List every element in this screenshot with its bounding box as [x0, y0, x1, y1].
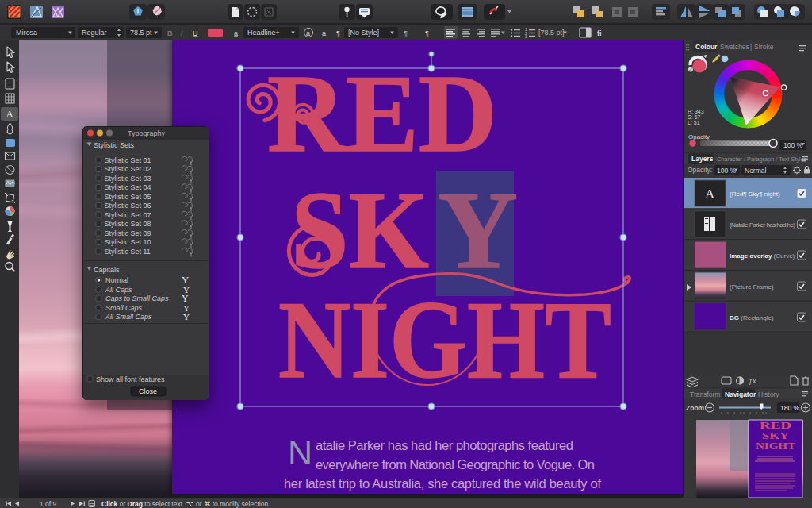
- svg-text:Stylistic Set 07: Stylistic Set 07: [105, 211, 151, 219]
- svg-text:Stylistic Set 10: Stylistic Set 10: [105, 238, 151, 246]
- svg-text:Stroke: Stroke: [754, 43, 774, 51]
- svg-text:I: I: [181, 29, 183, 37]
- svg-text:¶: ¶: [336, 29, 340, 37]
- svg-text:Stylistic Set 01: Stylistic Set 01: [105, 156, 151, 164]
- svg-text:Typography: Typography: [128, 129, 166, 137]
- svg-text:Transform: Transform: [690, 391, 720, 398]
- svg-text:All Caps: All Caps: [105, 286, 132, 294]
- svg-text:Stylistic Sets: Stylistic Sets: [94, 141, 135, 149]
- svg-text:SK: SK: [291, 168, 429, 291]
- svg-text:Small Caps: Small Caps: [105, 304, 143, 312]
- svg-text:Zoom:: Zoom:: [686, 404, 707, 412]
- svg-text:Image overlay (Curve): Image overlay (Curve): [730, 252, 795, 260]
- svg-text:Headline+: Headline+: [247, 29, 280, 37]
- svg-text:(Red¶ Sky¶ night): (Red¶ Sky¶ night): [730, 190, 780, 198]
- svg-text:Stylistic Set 03: Stylistic Set 03: [105, 175, 151, 183]
- svg-text:Close: Close: [139, 387, 157, 395]
- svg-text:78.5 pt: 78.5 pt: [130, 29, 152, 37]
- svg-text:Show all font features: Show all font features: [96, 375, 165, 383]
- svg-text:a: a: [306, 29, 310, 37]
- svg-text:RED: RED: [267, 52, 497, 175]
- svg-text:a: a: [322, 29, 326, 37]
- svg-text:Stylistic Set 09: Stylistic Set 09: [105, 229, 151, 237]
- svg-text:her latest trip to Australia,: her latest trip to Australia, she captur…: [284, 476, 601, 491]
- svg-text:Stylistic Set 04: Stylistic Set 04: [105, 183, 151, 191]
- svg-text:(Natalie Parker has had he): (Natalie Parker has had he): [730, 221, 795, 229]
- svg-text:Normal: Normal: [105, 276, 128, 284]
- svg-text:Swatches: Swatches: [720, 43, 749, 51]
- svg-text:N: N: [288, 433, 312, 471]
- svg-text:Caps to Small Caps: Caps to Small Caps: [105, 294, 169, 302]
- svg-text:Capitals: Capitals: [94, 266, 120, 274]
- svg-text:Opacity:: Opacity:: [688, 166, 712, 174]
- svg-text:Stylistic Set 05: Stylistic Set 05: [105, 193, 151, 201]
- svg-text:Click or Drag to select text.: Click or Drag to select text. ⌥ or ⌘ to …: [102, 500, 270, 508]
- svg-text:Colour: Colour: [695, 43, 718, 51]
- svg-text:everywhere from National Geogr: everywhere from National Geographic to V…: [316, 457, 595, 471]
- svg-text:Character / Paragraph / Text S: Character / Paragraph / Text Styles: [717, 156, 807, 163]
- svg-text:A: A: [6, 108, 14, 120]
- svg-text:Y: Y: [183, 303, 190, 313]
- svg-text:BG (Rectangle): BG (Rectangle): [730, 314, 774, 321]
- svg-text:a: a: [234, 29, 238, 37]
- svg-text:Stylistic Set 02: Stylistic Set 02: [105, 165, 151, 173]
- svg-text:History: History: [758, 391, 779, 398]
- svg-text:L: 51: L: 51: [688, 120, 700, 125]
- svg-text:Stylistic Set 06: Stylistic Set 06: [105, 202, 151, 210]
- svg-text:1 of 9: 1 of 9: [40, 500, 57, 508]
- svg-text:S: 67: S: 67: [688, 114, 700, 120]
- svg-text:atalie Parker has had her phot: atalie Parker has had her photographs fe…: [316, 438, 573, 452]
- svg-text:Y: Y: [183, 312, 190, 321]
- svg-text:B: B: [167, 29, 173, 37]
- svg-text:fi: fi: [597, 29, 602, 37]
- svg-text:100 %: 100 %: [783, 141, 803, 149]
- svg-text:Stylistic Set 08: Stylistic Set 08: [105, 220, 151, 228]
- svg-text:NIGHT: NIGHT: [756, 440, 795, 452]
- svg-text:100 %: 100 %: [717, 167, 737, 175]
- svg-text:Opacity: Opacity: [688, 133, 710, 140]
- svg-text:A: A: [705, 187, 715, 202]
- svg-text:ƒx: ƒx: [749, 377, 756, 385]
- svg-text:Stylistic Set 11: Stylistic Set 11: [105, 248, 151, 256]
- svg-text:3: 3: [525, 34, 527, 39]
- svg-text:Layers: Layers: [691, 155, 714, 163]
- svg-text:|: |: [750, 43, 752, 51]
- svg-text:(Picture Frame): (Picture Frame): [730, 283, 774, 291]
- svg-text:Normal: Normal: [745, 167, 767, 175]
- svg-text:¶: ¶: [425, 29, 429, 37]
- svg-text:Mirosa: Mirosa: [16, 29, 37, 37]
- svg-text:Navigator: Navigator: [725, 391, 756, 398]
- svg-text:[No Style]: [No Style]: [348, 29, 379, 37]
- svg-text:[78.5 pt]: [78.5 pt]: [538, 29, 565, 37]
- svg-text:180 %: 180 %: [780, 404, 800, 412]
- svg-text:¶: ¶: [404, 29, 408, 37]
- svg-text:All Small Caps: All Small Caps: [105, 313, 152, 321]
- svg-text:U: U: [193, 29, 198, 37]
- svg-text:H: 343: H: 343: [688, 109, 704, 114]
- svg-text:Regular: Regular: [82, 29, 107, 37]
